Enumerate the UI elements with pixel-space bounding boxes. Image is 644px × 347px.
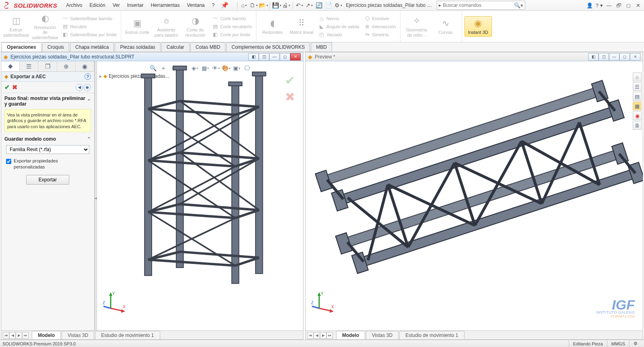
right-window-titlebar[interactable]: ◆ Preview * ◧ ◫ — ◻ ✕: [305, 52, 643, 61]
left-canvas[interactable]: 🔍 ⌖ ↶ ✂ ◈ ▦ 👁 🎨 ▣ 🖵 ▸ ◆ Ejercicios pieza…: [97, 61, 303, 330]
qat-undo-button[interactable]: ↶: [295, 1, 304, 10]
menu-ver[interactable]: Ver: [109, 1, 123, 9]
pin-icon[interactable]: 📌: [218, 2, 232, 9]
rbn-draft[interactable]: ◣Ángulo de salida: [317, 23, 361, 31]
user-icon[interactable]: 👤: [585, 1, 594, 10]
rt-appearance-icon[interactable]: ◉: [633, 111, 642, 120]
panel-tab-dimxpert-icon[interactable]: ⊕: [57, 61, 76, 71]
rbn-linear-pattern[interactable]: ⠿Matriz lineal: [288, 17, 315, 36]
tab-nav-last-icon[interactable]: ⏭: [22, 332, 29, 339]
btab-motion-right[interactable]: Estudio de movimiento 1: [399, 331, 464, 339]
qat-home-button[interactable]: ⌂: [239, 1, 248, 10]
format-select[interactable]: Familia Revit (*.rfa): [6, 145, 89, 154]
btab-vistas3d-right[interactable]: Vistas 3D: [366, 331, 398, 339]
tab-chapa[interactable]: Chapa metálica: [70, 42, 114, 52]
tab-nav-next-icon[interactable]: ▶: [16, 332, 22, 339]
panel-help-icon[interactable]: ?: [85, 73, 91, 80]
win-tile-left-icon[interactable]: ◧: [248, 53, 259, 60]
collapse-icon[interactable]: ⌃: [87, 98, 91, 104]
qat-save-button[interactable]: 💾: [272, 1, 281, 10]
rbn-ref-geom[interactable]: ✧Geometría de refer...: [403, 14, 430, 38]
rbn-hole-wizard[interactable]: ⌾Asistente para taladro: [153, 14, 180, 38]
rbn-wrap[interactable]: ⬡Envolver: [362, 15, 397, 23]
tab-nav-prev-icon[interactable]: ◀: [9, 332, 16, 339]
panel-tab-display-icon[interactable]: ❐: [38, 61, 57, 71]
win-tile-left-icon-r[interactable]: ◧: [588, 53, 599, 60]
menu-ventana[interactable]: Ventana: [184, 1, 208, 9]
rt-layers-icon[interactable]: ▤: [633, 92, 642, 101]
panel-prev-icon[interactable]: ◀: [76, 84, 83, 91]
btab-motion-left[interactable]: Estudio de movimiento 1: [95, 331, 160, 339]
maximize-button[interactable]: ◻: [624, 1, 633, 10]
rbn-fillet[interactable]: ◖Redondeo: [259, 17, 286, 36]
rbn-loft-base[interactable]: ▤Recubrir: [60, 23, 118, 31]
rbn-sweep-base[interactable]: 〰Saliente/Base barrido: [60, 15, 118, 23]
rt-home-icon[interactable]: ⌂: [633, 73, 642, 81]
win-minimize-icon-r[interactable]: —: [609, 53, 619, 60]
tab-croquis[interactable]: Croquis: [42, 42, 69, 52]
btab-modelo-left[interactable]: Modelo: [32, 331, 61, 339]
panel-tab-feature-icon[interactable]: ◆: [1, 61, 20, 71]
tab-complementos[interactable]: Complementos de SOLIDWORKS: [226, 42, 310, 52]
rt-doc-icon[interactable]: 🗎: [633, 121, 642, 130]
win-maximize-icon-r[interactable]: ◻: [619, 53, 630, 60]
tab-nav-first-icon-r[interactable]: ⏮: [307, 332, 314, 339]
tab-nav-last-icon-r[interactable]: ⏭: [326, 332, 333, 339]
rbn-shell[interactable]: ◰Vaciado: [317, 31, 361, 39]
export-button[interactable]: Exportar: [26, 175, 69, 185]
rbn-instant3d[interactable]: ◉Instant 3D: [464, 16, 492, 36]
win-minimize-icon[interactable]: —: [269, 53, 280, 60]
win-maximize-icon[interactable]: ◻: [280, 53, 290, 60]
win-tile-both-icon-r[interactable]: ◫: [599, 53, 609, 60]
right-canvas[interactable]: ⌂ ☰ ▤ ▦ ◉ 🗎: [305, 61, 643, 330]
tab-operaciones[interactable]: Operaciones: [2, 42, 41, 52]
qat-rebuild-button[interactable]: 🔄: [314, 1, 323, 10]
menu-archivo[interactable]: Archivo: [63, 1, 85, 9]
panel-format-dropdown[interactable]: Familia Revit (*.rfa): [6, 145, 89, 154]
menu-herramientas[interactable]: Herramientas: [147, 1, 183, 9]
restore-button[interactable]: 🗗: [614, 1, 623, 10]
tab-cotas-mbd[interactable]: Cotas MBD: [190, 42, 225, 52]
magnifier-icon[interactable]: 🔍▾: [514, 2, 523, 8]
tab-soldadas[interactable]: Piezas soldadas: [115, 42, 160, 52]
menu-help[interactable]: ?: [209, 1, 218, 9]
rbn-rib[interactable]: △Nervio: [317, 15, 361, 23]
left-window-titlebar[interactable]: ◆ Ejercicios piezas soldadas_Pilar tubo …: [1, 52, 303, 61]
collapse-icon-2[interactable]: ⌃: [87, 136, 91, 142]
rbn-mirror[interactable]: ⇋Simetría: [362, 31, 397, 39]
tab-nav-prev-icon-r[interactable]: ◀: [314, 332, 320, 339]
tab-nav-first-icon[interactable]: ⏮: [3, 332, 9, 339]
rt-props-icon[interactable]: ▦: [633, 102, 642, 110]
win-tile-both-icon[interactable]: ◫: [259, 53, 269, 60]
qat-open-button[interactable]: 📂: [259, 1, 268, 10]
tab-nav-next-icon-r[interactable]: ▶: [320, 332, 326, 339]
rbn-intersect[interactable]: ⊗Intersección: [362, 23, 397, 31]
btab-modelo-right[interactable]: Modelo: [336, 331, 365, 339]
qat-select-button[interactable]: ↗: [305, 1, 314, 10]
win-close-icon-r[interactable]: ✕: [630, 53, 640, 60]
rbn-boundary-cut[interactable]: ◧Corte por límite: [211, 31, 254, 39]
rbn-revolve-base[interactable]: ◐Revolución de saliente/base: [31, 12, 59, 41]
rbn-loft-cut[interactable]: ▤Corte recubierto: [211, 23, 254, 31]
panel-tab-config-icon[interactable]: ☰: [20, 61, 38, 71]
search-input[interactable]: [443, 2, 514, 8]
btab-vistas3d-left[interactable]: Vistas 3D: [62, 331, 94, 339]
rt-stack-icon[interactable]: ☰: [633, 82, 642, 91]
panel-export-props[interactable]: Exportar propiedades personalizadas: [1, 156, 94, 172]
panel-cancel-icon[interactable]: ✖: [12, 83, 17, 91]
tab-mbd[interactable]: MBD: [311, 42, 332, 52]
qat-options-button[interactable]: ⚙: [334, 1, 343, 10]
export-props-checkbox[interactable]: [6, 159, 11, 164]
help-dropdown[interactable]: ? ▾: [595, 1, 604, 10]
rbn-boundary-base[interactable]: ◧Saliente/Base por límite: [60, 31, 118, 39]
close-button[interactable]: ✕: [634, 1, 642, 10]
command-search[interactable]: ▸ 🔍▾: [437, 1, 525, 10]
minimize-button[interactable]: —: [605, 1, 613, 10]
rbn-curves[interactable]: ∿Curvas: [432, 17, 459, 36]
status-custom-icon[interactable]: ⚙: [629, 340, 642, 347]
rbn-revolve-cut[interactable]: ◑Corte de revolución: [182, 14, 209, 38]
rbn-extrude-base[interactable]: ◫Extruir saliente/base: [2, 14, 30, 38]
qat-new-button[interactable]: 🗋: [249, 1, 258, 10]
status-units[interactable]: MMGS: [607, 340, 629, 347]
panel-ok-icon[interactable]: ✔: [4, 83, 10, 91]
